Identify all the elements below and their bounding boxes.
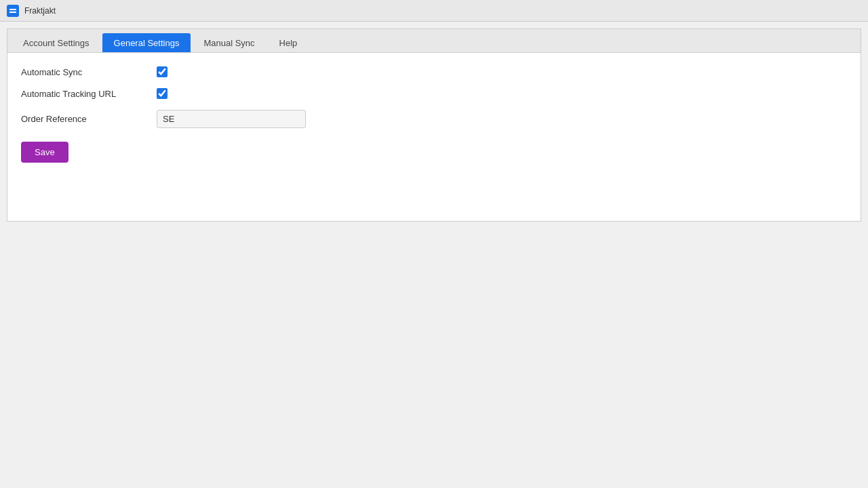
main-content: Account Settings General Settings Manual… (0, 22, 868, 228)
save-button[interactable]: Save (21, 142, 68, 163)
automatic-sync-label: Automatic Sync (21, 67, 157, 77)
tab-bar: Account Settings General Settings Manual… (7, 28, 861, 52)
automatic-tracking-url-checkbox[interactable] (157, 88, 167, 99)
tab-help[interactable]: Help (268, 33, 309, 52)
automatic-sync-row: Automatic Sync (21, 66, 847, 77)
svg-rect-0 (9, 7, 17, 15)
automatic-sync-checkbox[interactable] (157, 66, 167, 77)
order-reference-input[interactable] (157, 110, 306, 128)
svg-rect-1 (9, 9, 16, 10)
tab-manual-sync[interactable]: Manual Sync (192, 33, 266, 52)
svg-rect-2 (9, 12, 16, 13)
tab-account-settings[interactable]: Account Settings (12, 33, 101, 52)
app-icon (7, 5, 19, 17)
order-reference-label: Order Reference (21, 114, 157, 124)
content-panel: Automatic Sync Automatic Tracking URL Or… (7, 52, 861, 222)
order-reference-row: Order Reference (21, 110, 847, 128)
automatic-tracking-url-row: Automatic Tracking URL (21, 88, 847, 99)
app-title: Fraktjakt (24, 6, 56, 16)
automatic-tracking-url-label: Automatic Tracking URL (21, 89, 157, 99)
title-bar: Fraktjakt (0, 0, 868, 22)
tab-general-settings[interactable]: General Settings (102, 33, 191, 52)
